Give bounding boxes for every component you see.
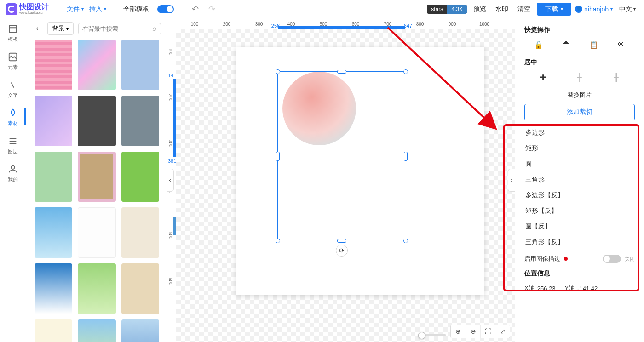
align-center-v-button[interactable]: ╋ xyxy=(610,73,623,82)
watermark-button[interactable]: 水印 xyxy=(493,3,511,15)
collapse-panel-button[interactable]: ‹ xyxy=(167,169,174,192)
thumb-item[interactable] xyxy=(34,152,72,202)
search-box[interactable]: ⌕ xyxy=(78,23,161,34)
logo-icon xyxy=(6,3,17,15)
back-button[interactable]: ‹ xyxy=(32,23,43,34)
actual-size-button[interactable]: ⤢ xyxy=(495,325,510,338)
language-menu[interactable]: 中文▾ xyxy=(616,3,638,15)
x-value: 256.23 xyxy=(537,285,556,292)
thumb-item[interactable] xyxy=(34,207,72,258)
crop-option-triangle-inv[interactable]: 三角形【反】 xyxy=(524,234,635,250)
ruler-tick: 100 xyxy=(191,22,199,28)
image-stroke-label: 启用图像描边 xyxy=(524,255,560,263)
stars-badge[interactable]: stars4.3K xyxy=(427,5,467,14)
undo-button[interactable]: ↶ xyxy=(189,3,201,16)
gradient-circle-shape[interactable] xyxy=(282,72,356,145)
search-input[interactable] xyxy=(82,25,157,32)
rotate-handle[interactable]: ⟳ xyxy=(336,245,348,256)
divider xyxy=(114,5,114,13)
user-menu[interactable]: 👤nihaojob▾ xyxy=(575,6,613,13)
thumb-item[interactable] xyxy=(78,263,115,314)
thumb-item[interactable] xyxy=(121,207,159,258)
thumb-item[interactable] xyxy=(121,263,159,314)
crop-option-polygon-inv[interactable]: 多边形【反】 xyxy=(524,188,635,203)
thumb-item[interactable] xyxy=(78,319,115,342)
y-value: -141.42 xyxy=(577,285,598,292)
insert-menu[interactable]: 插入▾ xyxy=(88,3,107,15)
resize-handle-e[interactable] xyxy=(404,152,408,161)
ruler-tick: 700 xyxy=(384,22,392,28)
crop-option-triangle[interactable]: 三角形 xyxy=(524,172,635,188)
sidebar-item-elements[interactable]: 元素 xyxy=(8,52,18,71)
thumb-item[interactable] xyxy=(121,96,159,146)
chevron-down-icon: ▾ xyxy=(104,6,106,11)
zoom-out-button[interactable]: ⊖ xyxy=(466,325,480,338)
all-templates[interactable]: 全部模板 xyxy=(121,3,152,15)
thumb-item[interactable] xyxy=(34,96,72,146)
logo[interactable]: 快图设计 www.kuaitu.cc xyxy=(6,3,49,15)
x-label: X轴 xyxy=(524,284,535,292)
divider xyxy=(59,5,59,13)
lock-button[interactable]: 🔒 xyxy=(534,40,543,49)
fit-screen-button[interactable]: ⛶ xyxy=(480,325,495,338)
expand-panel-button[interactable]: › xyxy=(508,169,515,192)
align-center-both-button[interactable]: ✚ xyxy=(536,73,550,82)
clear-button[interactable]: 清空 xyxy=(515,3,533,15)
opacity-slider[interactable] xyxy=(418,334,446,336)
sidebar-item-mine[interactable]: 我的 xyxy=(8,164,18,183)
canvas-area: ‹ › 256 647 1002003004005006007008009001… xyxy=(167,18,515,342)
user-icon: 👤 xyxy=(575,6,582,13)
replace-image-title: 替换图片 xyxy=(524,91,635,99)
zoom-controls: ⊕ ⊖ ⛶ ⤢ xyxy=(450,325,510,338)
svg-point-1 xyxy=(11,166,14,169)
sidebar-item-layers[interactable]: 图层 xyxy=(8,136,18,155)
resize-handle-sw[interactable] xyxy=(276,239,280,243)
chevron-down-icon: ▾ xyxy=(610,6,613,11)
selection-box[interactable]: ⟳ xyxy=(277,71,406,241)
align-center-h-button[interactable]: ┿ xyxy=(573,73,586,82)
thumb-item[interactable] xyxy=(78,152,115,202)
thumb-item[interactable] xyxy=(34,263,72,314)
thumb-item[interactable] xyxy=(78,40,115,90)
ruler-tick: 1000 xyxy=(479,22,489,28)
thumb-item[interactable] xyxy=(78,207,115,258)
preview-button[interactable]: 预览 xyxy=(471,3,489,15)
category-selector[interactable]: 背景▾ xyxy=(47,22,74,35)
download-button[interactable]: 下载▾ xyxy=(537,3,571,16)
sidebar-item-templates[interactable]: 模板 xyxy=(8,24,18,43)
ruler-tick: 600 xyxy=(352,22,360,28)
visibility-button[interactable]: 👁 xyxy=(618,40,625,49)
sidebar-item-material[interactable]: 素材 xyxy=(8,108,18,127)
resize-handle-w[interactable] xyxy=(276,152,280,161)
crop-option-polygon[interactable]: 多边形 xyxy=(524,125,635,141)
thumb-item[interactable] xyxy=(121,40,159,90)
add-crop-button[interactable]: 添加裁切 xyxy=(524,104,635,120)
canvas-viewport[interactable]: ⟳ xyxy=(176,28,515,342)
crop-option-circle-inv[interactable]: 圆【反】 xyxy=(524,219,635,234)
thumb-item[interactable] xyxy=(34,40,72,90)
toggle-switch[interactable] xyxy=(157,5,174,13)
thumb-item[interactable] xyxy=(121,319,159,342)
ruler-tick: 200 xyxy=(223,22,231,28)
crop-option-rect-inv[interactable]: 矩形【反】 xyxy=(524,203,635,219)
delete-button[interactable]: 🗑 xyxy=(563,40,570,49)
crop-option-circle[interactable]: 圆 xyxy=(524,156,635,172)
thumb-item[interactable] xyxy=(78,96,115,146)
chevron-down-icon: ▾ xyxy=(633,6,636,11)
zoom-in-button[interactable]: ⊕ xyxy=(451,325,466,338)
stroke-toggle[interactable] xyxy=(603,255,621,263)
copy-button[interactable]: 📋 xyxy=(589,40,598,49)
resize-handle-nw[interactable] xyxy=(276,69,280,74)
resize-handle-s[interactable] xyxy=(337,239,346,243)
thumb-item[interactable] xyxy=(121,152,159,202)
thumb-item[interactable] xyxy=(34,319,72,342)
position-info-title: 位置信息 xyxy=(524,269,635,278)
ruler-tick: 500 xyxy=(320,22,328,28)
sidebar-item-text[interactable]: 文字 xyxy=(8,80,18,99)
resize-handle-se[interactable] xyxy=(403,239,408,243)
resize-handle-n[interactable] xyxy=(337,70,346,74)
crop-option-rect[interactable]: 矩形 xyxy=(524,141,635,156)
redo-button[interactable]: ↷ xyxy=(205,3,218,16)
resize-handle-ne[interactable] xyxy=(403,69,408,74)
file-menu[interactable]: 文件▾ xyxy=(66,3,85,15)
